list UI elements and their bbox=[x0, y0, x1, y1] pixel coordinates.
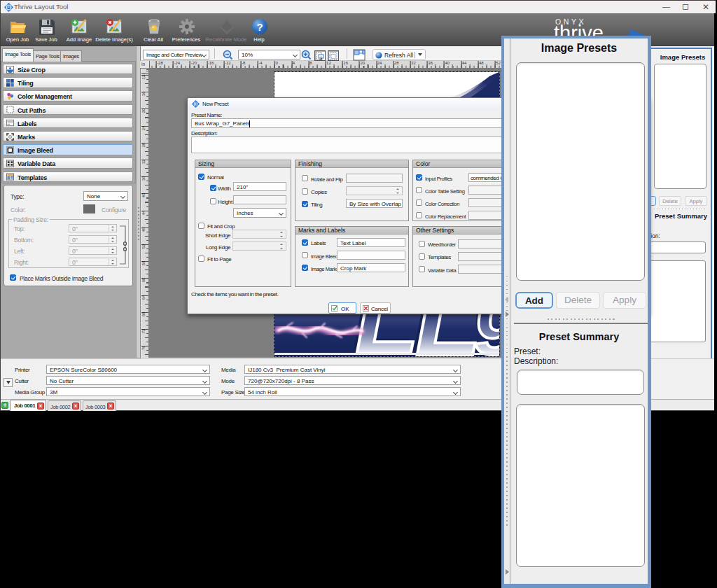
svg-text:?: ? bbox=[256, 21, 263, 33]
